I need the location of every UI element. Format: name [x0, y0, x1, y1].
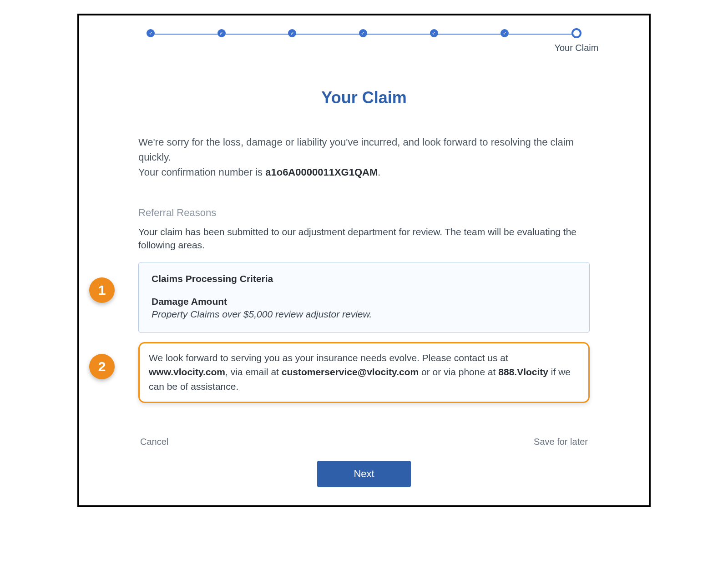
annotation-badge-1: 1	[89, 277, 115, 303]
referral-reasons-subtext: Your claim has been submitted to our adj…	[138, 225, 590, 252]
step-5-complete[interactable]: ✓	[430, 29, 438, 37]
step-2-complete[interactable]: ✓	[217, 29, 226, 37]
confirmation-number: a1o6A0000011XG1QAM	[265, 166, 378, 178]
page-title: Your Claim	[79, 88, 649, 107]
referral-reasons-label: Referral Reasons	[138, 207, 590, 219]
criteria-header: Claims Processing Criteria	[152, 273, 576, 284]
step-7-current[interactable]: Your Claim	[571, 28, 581, 38]
next-button[interactable]: Next	[317, 461, 410, 487]
save-for-later-button[interactable]: Save for later	[532, 435, 590, 449]
contact-info-box: We look forward to serving you as your i…	[138, 342, 590, 403]
check-icon: ✓	[290, 31, 294, 36]
check-icon: ✓	[219, 31, 223, 36]
next-row: Next	[79, 461, 649, 487]
step-current-label: Your Claim	[554, 43, 598, 53]
intro-line2-suffix: .	[378, 166, 380, 178]
stepper-nodes: ✓ ✓ ✓ ✓ ✓ ✓ Your Claim	[125, 29, 603, 38]
step-6-complete[interactable]: ✓	[500, 29, 509, 37]
check-icon: ✓	[149, 31, 153, 36]
contact-text-3: or or via phone at	[419, 367, 498, 377]
check-icon: ✓	[361, 31, 365, 36]
intro-text: We're sorry for the loss, damage or liab…	[138, 135, 590, 180]
annotation-badge-2: 2	[89, 354, 115, 379]
criteria-item-desc: Property Claims over $5,000 review adjus…	[152, 309, 576, 320]
cancel-button[interactable]: Cancel	[138, 435, 170, 449]
intro-line2-prefix: Your confirmation number is	[138, 166, 265, 178]
step-4-complete[interactable]: ✓	[359, 29, 367, 37]
claim-confirmation-screen: ✓ ✓ ✓ ✓ ✓ ✓ Your Claim Your Claim We're …	[77, 14, 651, 507]
step-1-complete[interactable]: ✓	[147, 29, 155, 37]
check-icon: ✓	[432, 31, 436, 36]
criteria-item-title: Damage Amount	[152, 296, 576, 307]
step-3-complete[interactable]: ✓	[288, 29, 296, 37]
content-area: We're sorry for the loss, damage or liab…	[138, 135, 590, 403]
contact-website: www.vlocity.com	[149, 367, 225, 377]
intro-line1: We're sorry for the loss, damage or liab…	[138, 136, 574, 163]
footer-actions: Cancel Save for later	[138, 435, 590, 449]
contact-email: customerservice@vlocity.com	[282, 367, 419, 377]
contact-phone: 888.Vlocity	[498, 367, 548, 377]
check-icon: ✓	[503, 31, 507, 36]
contact-text-1: We look forward to serving you as your i…	[149, 352, 508, 363]
claims-criteria-box: Claims Processing Criteria Damage Amount…	[138, 262, 590, 333]
wizard-stepper: ✓ ✓ ✓ ✓ ✓ ✓ Your Claim	[125, 29, 603, 56]
contact-text-2: , via email at	[225, 367, 282, 377]
